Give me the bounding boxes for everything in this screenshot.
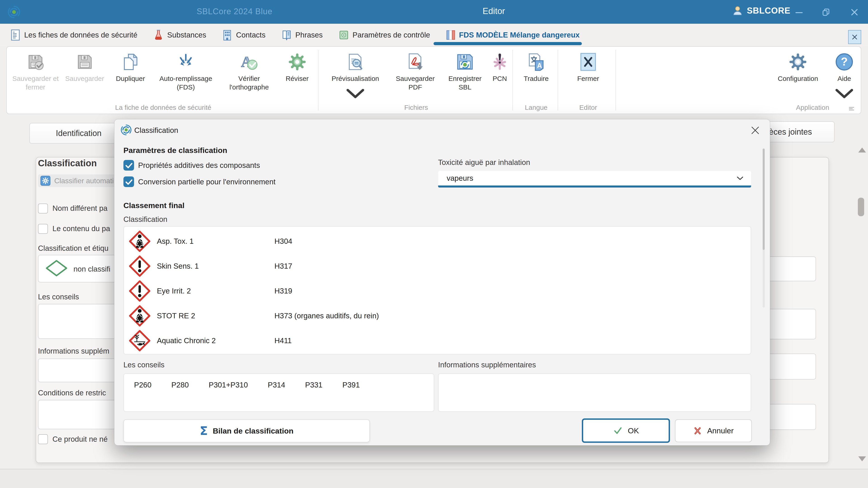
field-label: Conditions de restric <box>38 389 106 397</box>
close-window-button[interactable] <box>846 6 862 19</box>
inhalation-label: Toxicité aiguë par inhalation <box>438 158 530 167</box>
configuration-button[interactable]: Configuration <box>766 47 830 104</box>
editor-content: Identification èces jointes Classificati… <box>0 114 868 469</box>
form-field[interactable] <box>764 354 816 380</box>
button-label: Réviser <box>286 74 309 83</box>
check-green-icon <box>613 426 623 435</box>
minimize-button[interactable] <box>791 6 807 19</box>
tab-phrases[interactable]: Phrases <box>281 24 323 46</box>
module-tabbar: Les fiches de données de sécurité Substa… <box>0 24 868 46</box>
p-phrase[interactable]: P301+P310 <box>209 381 248 412</box>
settings-gear-icon <box>788 52 808 72</box>
tab-contacts[interactable]: Contacts <box>222 24 266 46</box>
save-button[interactable]: Sauvegarder <box>60 47 109 104</box>
additional-info-textarea[interactable] <box>438 373 751 412</box>
tab-label: Substances <box>167 31 206 39</box>
chevron-down-icon <box>346 84 365 103</box>
form-field[interactable] <box>764 256 816 281</box>
window-title: Editor <box>483 6 505 16</box>
tab-sds-list[interactable]: Les fiches de données de sécurité <box>10 24 137 46</box>
revise-button[interactable]: Réviser <box>278 47 316 104</box>
button-label: Sauvegarder et fermer <box>11 74 60 92</box>
p-phrase[interactable]: P280 <box>171 381 189 412</box>
hazard-code: H411 <box>274 336 291 345</box>
help-button[interactable]: Aide <box>830 47 859 104</box>
revise-gear-icon <box>287 52 307 72</box>
button-label: PCN <box>493 74 507 83</box>
classification-row[interactable]: Aquatic Chronic 2 H411 <box>124 328 751 353</box>
button-label: Aide <box>837 74 851 83</box>
book-icon <box>281 29 292 41</box>
ribbon-group-application: Configuration Aide Application <box>766 47 859 113</box>
sigma-icon: Σ <box>200 424 208 437</box>
p-phrase[interactable]: P314 <box>268 381 285 412</box>
button-label: Vérifier l'orthographe <box>224 74 274 92</box>
hazard-class: STOT RE 2 <box>157 312 274 320</box>
partial-conversion-checkbox[interactable]: Conversion partielle pour l'environnemen… <box>123 176 276 187</box>
no-sds-needed-checkbox[interactable] <box>38 434 48 444</box>
chevron-down-icon <box>737 176 743 180</box>
tab-fds-document[interactable]: FDS MODÈLE Mélange dangereux <box>446 24 580 46</box>
app-logo-icon <box>7 5 21 19</box>
form-field[interactable] <box>764 404 816 430</box>
group-options-icon[interactable] <box>848 106 855 111</box>
different-name-checkbox[interactable] <box>38 203 48 214</box>
close-editor-icon <box>579 52 598 72</box>
account-button[interactable]: SBLCORE <box>733 5 790 16</box>
p-phrases-box[interactable]: P260 P280 P301+P310 P314 P331 P391 <box>123 373 434 412</box>
tab-control-parameters[interactable]: Paramètres de contrôle <box>339 24 430 46</box>
tab-label: Phrases <box>296 31 323 39</box>
inhalation-select[interactable]: vapeurs <box>438 171 751 188</box>
form-field[interactable] <box>764 309 816 339</box>
duplicate-icon <box>121 52 140 72</box>
close-document-tab-button[interactable] <box>848 30 861 44</box>
p-phrase[interactable]: P331 <box>305 381 322 412</box>
additive-properties-checkbox[interactable]: Propriétés additives des composants <box>123 160 260 170</box>
scroll-down-arrow[interactable] <box>858 456 866 461</box>
ribbon-separator <box>558 50 558 110</box>
ribbon-group-editor: Fermer Editor <box>561 47 615 113</box>
dialog-scrollbar[interactable] <box>763 148 765 307</box>
ok-button[interactable]: OK <box>582 418 670 443</box>
save-sbl-button[interactable]: Enregistrer SBL <box>441 47 489 104</box>
save-and-close-button[interactable]: Sauvegarder et fermer <box>11 47 60 104</box>
tab-substances[interactable]: Substances <box>153 24 206 46</box>
button-label: Sauvegarder <box>65 74 104 83</box>
section-tab-identification[interactable]: Identification <box>29 123 128 144</box>
app-title: SBLCore 2024 Blue <box>197 7 272 16</box>
save-pdf-button[interactable]: Sauvegarder PDF <box>389 47 441 104</box>
restore-button[interactable] <box>818 6 834 19</box>
classification-row[interactable]: STOT RE 2 H373 (organes auditifs, du rei… <box>124 303 751 328</box>
advice-label: Les conseils <box>123 361 164 369</box>
p-phrase[interactable]: P260 <box>134 381 151 412</box>
hazard-class: Eye Irrit. 2 <box>157 287 274 295</box>
classification-summary-button[interactable]: Σ Bilan de classification <box>123 419 370 442</box>
dialog-close-button[interactable] <box>749 125 761 136</box>
restriction-field[interactable] <box>38 400 119 429</box>
pcn-button[interactable]: PCN <box>489 47 511 104</box>
field-label: Classification et étiqu <box>38 244 108 253</box>
spellcheck-button[interactable]: Vérifier l'orthographe <box>220 47 278 104</box>
dialog-scrollbar-thumb[interactable] <box>763 149 765 250</box>
additional-info-field[interactable] <box>38 359 119 382</box>
scrollbar-thumb[interactable] <box>858 198 864 216</box>
autofill-fds-button[interactable]: Auto-remplissage (FDS) <box>152 47 220 104</box>
p-phrase[interactable]: P391 <box>342 381 360 412</box>
close-editor-button[interactable]: Fermer <box>568 47 609 104</box>
classification-row[interactable]: Asp. Tox. 1 H304 <box>124 229 751 254</box>
duplicate-button[interactable]: Dupliquer <box>109 47 152 104</box>
user-icon <box>733 5 743 16</box>
preview-button[interactable]: Prévisualisation <box>321 47 389 104</box>
tab-label: Paramètres de contrôle <box>352 31 430 39</box>
x-red-icon <box>693 426 702 435</box>
classification-row[interactable]: Skin Sens. 1 H317 <box>124 254 751 279</box>
classification-row[interactable]: Eye Irrit. 2 H319 <box>124 279 751 303</box>
scroll-up-arrow[interactable] <box>858 148 866 153</box>
button-label: Traduire <box>524 74 549 83</box>
checkbox-label: Propriétés additives des composants <box>138 161 260 170</box>
auto-classify-button[interactable]: Classifier automati <box>38 174 122 187</box>
translate-button[interactable]: Traduire <box>516 47 557 104</box>
package-content-checkbox[interactable] <box>38 224 48 234</box>
cancel-button[interactable]: Annuler <box>675 419 752 442</box>
advice-field[interactable] <box>38 304 119 339</box>
